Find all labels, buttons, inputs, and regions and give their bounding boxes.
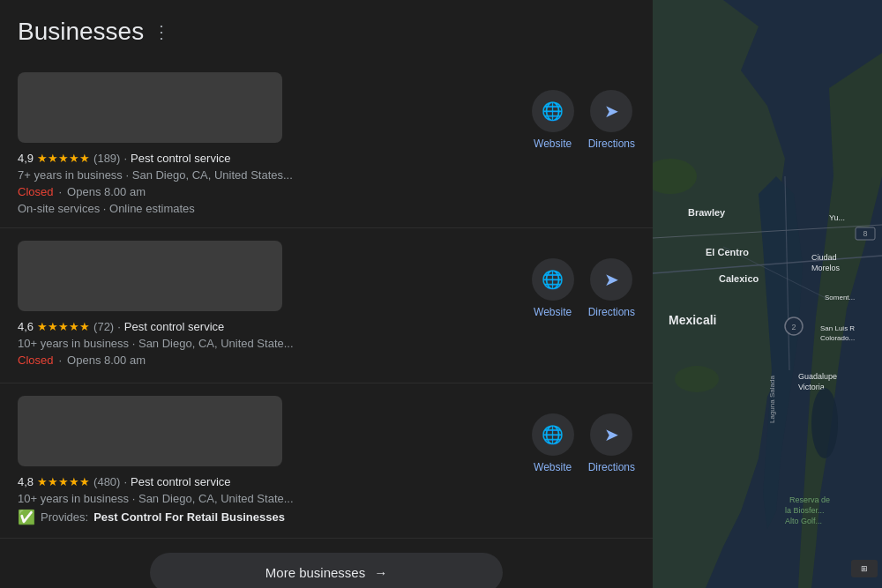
status-closed-2: Closed: [18, 354, 53, 367]
directions-icon-3: ➤: [604, 424, 619, 445]
svg-point-28: [675, 366, 719, 392]
svg-text:Calexico: Calexico: [719, 273, 759, 284]
more-businesses-label: More businesses: [265, 565, 365, 580]
rating-row-1: 4,9 ★★★★★ (189) · Pest control service: [18, 152, 532, 165]
svg-point-29: [811, 388, 838, 458]
more-businesses-button[interactable]: More businesses →: [150, 553, 503, 588]
svg-text:Guadalupe: Guadalupe: [798, 372, 837, 381]
svg-text:Reserva de: Reserva de: [789, 495, 830, 504]
review-count-2: (72): [93, 320, 114, 333]
opens-time-1: ·: [58, 185, 62, 198]
business-actions-2: 🌐 Website ➤ Directions: [532, 241, 635, 318]
directions-button-3[interactable]: ➤ Directions: [588, 413, 635, 473]
svg-text:Ciudad: Ciudad: [811, 253, 837, 262]
provides-check-icon: ✅: [18, 509, 35, 525]
stars-1: ★★★★★: [37, 152, 90, 165]
svg-text:Soment...: Soment...: [825, 294, 855, 301]
map-svg: 2 8 Brawley El Centro Calexico Mexicali …: [653, 0, 882, 588]
directions-button-2[interactable]: ➤ Directions: [588, 258, 635, 318]
more-options-button[interactable]: ⋮: [153, 21, 170, 42]
detail-row-2: 10+ years in business · San Diego, CA, U…: [18, 337, 532, 350]
stars-2: ★★★★★: [37, 320, 90, 333]
svg-text:Brawley: Brawley: [688, 207, 726, 218]
svg-text:San Luis R: San Luis R: [820, 324, 855, 332]
status-row-1: Closed · Opens 8.00 am: [18, 185, 532, 198]
more-businesses-section: More businesses →: [0, 539, 653, 588]
business-actions-3: 🌐 Website ➤ Directions: [532, 396, 635, 473]
detail-row-3: 10+ years in business · San Diego, CA, U…: [18, 492, 532, 505]
rating-value-1: 4,9: [18, 152, 34, 165]
svg-text:⊞: ⊞: [861, 564, 868, 573]
business-info-3: 4,8 ★★★★★ (480) · Pest control service 1…: [18, 396, 532, 525]
svg-text:Morelos: Morelos: [811, 264, 841, 272]
category-1: Pest control service: [131, 152, 230, 165]
svg-text:Colorado...: Colorado...: [820, 334, 855, 342]
business-image-1: [18, 72, 282, 143]
map-panel[interactable]: 2 8 Brawley El Centro Calexico Mexicali …: [653, 0, 882, 588]
svg-text:Laguna Salada: Laguna Salada: [768, 376, 776, 423]
rating-value-3: 4,8: [18, 475, 34, 488]
status-row-2: Closed · Opens 8.00 am: [18, 354, 532, 367]
svg-text:la Biosfer...: la Biosfer...: [785, 506, 825, 515]
category-2: Pest control service: [124, 320, 224, 333]
rating-row-3: 4,8 ★★★★★ (480) · Pest control service: [18, 475, 532, 488]
website-button-2[interactable]: 🌐 Website: [532, 258, 574, 318]
rating-row-2: 4,6 ★★★★★ (72) · Pest control service: [18, 320, 532, 333]
directions-button-1[interactable]: ➤ Directions: [588, 90, 635, 150]
map-background: 2 8 Brawley El Centro Calexico Mexicali …: [653, 0, 882, 588]
business-info-2: 4,6 ★★★★★ (72) · Pest control service 10…: [18, 241, 532, 370]
page-title: Businesses: [18, 18, 144, 46]
rating-value-2: 4,6: [18, 320, 34, 333]
business-info-1: 4,9 ★★★★★ (189) · Pest control service 7…: [18, 72, 532, 215]
review-count-3: (480): [93, 475, 120, 488]
table-row: 4,8 ★★★★★ (480) · Pest control service 1…: [0, 383, 653, 539]
left-panel: Businesses ⋮ 4,9 ★★★★★ (189) · Pest cont…: [0, 0, 653, 588]
category-3: Pest control service: [131, 475, 230, 488]
directions-icon-2: ➤: [604, 269, 619, 290]
svg-text:Mexicali: Mexicali: [669, 313, 716, 327]
business-image-3: [18, 396, 282, 466]
svg-text:El Centro: El Centro: [706, 247, 749, 257]
business-actions-1: 🌐 Website ➤ Directions: [532, 72, 635, 150]
svg-text:8: 8: [863, 229, 867, 238]
provides-text-3: Pest Control For Retail Businesses: [93, 510, 285, 524]
business-list: 4,9 ★★★★★ (189) · Pest control service 7…: [0, 60, 653, 539]
more-businesses-arrow: →: [374, 565, 387, 580]
website-icon-3: 🌐: [542, 424, 564, 445]
review-count-1: (189): [93, 152, 120, 165]
stars-3: ★★★★★: [37, 475, 90, 488]
svg-text:Yu...: Yu...: [829, 213, 845, 222]
website-button-3[interactable]: 🌐 Website: [532, 413, 574, 473]
website-icon-1: 🌐: [542, 100, 564, 122]
website-button-1[interactable]: 🌐 Website: [532, 90, 574, 150]
svg-text:2: 2: [791, 323, 796, 331]
provides-row-3: ✅ Provides: Pest Control For Retail Busi…: [18, 509, 532, 525]
directions-icon-1: ➤: [604, 100, 619, 122]
page-header: Businesses ⋮: [0, 18, 653, 60]
business-image-2: [18, 241, 282, 311]
detail-row-1: 7+ years in business · San Diego, CA, Un…: [18, 168, 532, 182]
table-row: 4,6 ★★★★★ (72) · Pest control service 10…: [0, 228, 653, 383]
table-row: 4,9 ★★★★★ (189) · Pest control service 7…: [0, 60, 653, 228]
svg-text:Alto Golf...: Alto Golf...: [785, 517, 822, 525]
status-closed-1: Closed: [18, 185, 53, 198]
website-icon-2: 🌐: [542, 269, 564, 290]
extra-row-1: On-site services · Online estimates: [18, 202, 532, 215]
